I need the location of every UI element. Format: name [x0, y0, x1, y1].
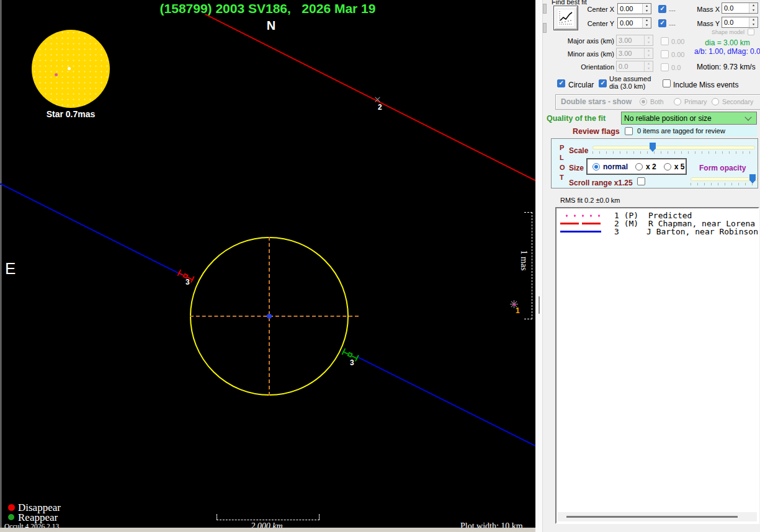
scale-slider-ticks — [592, 151, 755, 154]
review-flags-text: 0 items are tagged for review — [637, 127, 725, 135]
center-y-input[interactable]: 0.00 — [617, 17, 651, 29]
plot-left-border — [1, 0, 1, 528]
control-panel: Find best fit Center X 0.00 --- Mass X 0… — [543, 0, 760, 532]
star-center-dot — [68, 67, 71, 70]
orientation-label: Orientation — [554, 63, 614, 71]
double-stars-primary-label: Primary — [684, 98, 707, 105]
scale-label: Scale — [569, 146, 588, 155]
east-direction-label: E — [5, 259, 16, 278]
minor-axis-checkbox — [661, 50, 669, 58]
listbox-horizontal-scrollbar[interactable] — [558, 512, 757, 521]
major-axis-input: 3.00 — [616, 35, 653, 46]
review-flags-box: 0 items are tagged for review — [621, 125, 757, 136]
form-opacity-slider-thumb[interactable] — [749, 174, 756, 184]
scale-bar — [217, 514, 320, 520]
size-x5-radio[interactable] — [664, 163, 671, 171]
use-assumed-dia-checkbox[interactable] — [599, 79, 607, 87]
rms-fit-readout: RMS fit 0.2 ±0.0 km — [560, 197, 620, 204]
center-x-checkbox[interactable] — [658, 5, 666, 13]
form-opacity-slider-ticks — [691, 183, 758, 185]
ab-dmag-readout: a/b: 1.00, dMag: 0.00 — [694, 47, 759, 56]
plot-vertical-letter: O — [560, 164, 565, 171]
form-opacity-slider-track[interactable] — [691, 177, 758, 181]
asteroid-center-dot — [267, 314, 272, 319]
chord-2-station-icon — [374, 96, 381, 103]
circular-label: Circular — [568, 81, 594, 89]
size-normal-label: normal — [603, 162, 628, 171]
chord-2-line — [205, 14, 535, 181]
size-radio-group: normal x 2 x 5 — [586, 158, 687, 175]
center-x-spinner[interactable] — [642, 4, 651, 14]
orientation-error: 0.0 — [671, 64, 681, 71]
minor-axis-spinner — [644, 48, 653, 58]
major-axis-spinner — [644, 35, 653, 45]
double-stars-both-label: Both — [650, 98, 664, 105]
fit-chart-icon — [558, 10, 574, 26]
circular-checkbox[interactable] — [557, 79, 565, 87]
scroll-range-checkbox[interactable] — [637, 177, 645, 185]
plot-controls-group: P L O T Scale Size normal x 2 x 5 Form o… — [551, 138, 758, 188]
chord-3-line-pre — [0, 183, 183, 276]
mass-x-label: Mass X — [694, 6, 720, 13]
mass-y-input[interactable]: 0.0 — [722, 17, 758, 28]
listbox-scrollbar-thumb[interactable] — [566, 516, 738, 518]
major-axis-label: Major axis (km) — [554, 37, 614, 45]
double-stars-group-label: Double stars - show — [561, 97, 632, 106]
major-axis-error: 0.00 — [671, 38, 684, 45]
include-miss-label: Include Miss events — [673, 81, 738, 89]
plot-panel-scrollbar[interactable] — [535, 0, 543, 532]
chord-3-disappear-label: 3 — [186, 278, 190, 286]
chevron-down-icon — [744, 113, 751, 120]
clipped-control — [543, 23, 547, 33]
quality-of-fit-label: Quality of the fit — [547, 114, 606, 123]
predicted-line-sample — [558, 211, 614, 219]
shape-model-checkbox — [748, 29, 754, 35]
crosshair-horizontal — [190, 316, 359, 317]
diameter-readout: dia = 3.00 km — [698, 38, 757, 47]
mass-x-spinner[interactable] — [749, 3, 758, 13]
scale-slider-track[interactable] — [592, 146, 755, 149]
observations-listbox[interactable]: 1 (P) Predicted 2 (M) R Chapman, near Lo… — [555, 207, 759, 524]
scale-slider-thumb[interactable] — [650, 143, 656, 152]
predicted-station-label: 1 — [516, 306, 520, 315]
mass-x-input[interactable]: 0.0 — [722, 2, 758, 14]
double-stars-group: Double stars - show Both Primary Seconda… — [555, 94, 760, 110]
orientation-checkbox — [661, 63, 669, 71]
center-y-spinner[interactable] — [642, 18, 651, 28]
use-assumed-dia-label: Use assumed dia (3.0 km) — [609, 75, 651, 90]
motion-readout: Motion: 9.73 km/s — [697, 63, 756, 71]
mass-y-spinner[interactable] — [749, 17, 758, 27]
center-y-checkbox[interactable] — [658, 19, 666, 27]
double-stars-primary-radio — [674, 98, 681, 105]
plot-vertical-letter: T — [560, 174, 564, 181]
minor-axis-error: 0.00 — [671, 51, 684, 58]
star-size-label: Star 0.7mas — [36, 109, 105, 119]
occult-plot-window: (158799) 2003 SV186, 2026 Mar 19 N E Sta… — [0, 0, 760, 532]
occultation-plot-canvas[interactable]: (158799) 2003 SV186, 2026 Mar 19 N E Sta… — [0, 0, 535, 528]
center-y-label: Center Y — [577, 20, 614, 27]
quality-of-fit-dropdown[interactable]: No reliable position or size — [621, 112, 757, 125]
chord-3-line-sample — [558, 228, 614, 236]
chord-3-reappear-label: 3 — [350, 358, 354, 367]
form-opacity-label: Form opacity — [699, 164, 746, 172]
include-miss-checkbox[interactable] — [663, 79, 671, 87]
double-stars-both-radio — [640, 98, 647, 105]
find-best-fit-button[interactable] — [554, 6, 578, 30]
scrollbar-thumb[interactable] — [539, 296, 540, 314]
center-x-label: Center X — [577, 6, 614, 13]
review-flags-label: Review flags — [573, 127, 620, 136]
review-flags-checkbox[interactable] — [625, 127, 633, 135]
size-x2-radio[interactable] — [635, 163, 643, 171]
observation-row[interactable]: 3 J Barton, near Robinson — [557, 228, 758, 236]
orientation-input: 0.0 — [616, 61, 653, 72]
center-x-input[interactable]: 0.00 — [617, 3, 651, 14]
size-normal-radio[interactable] — [592, 163, 600, 171]
window-bottom-edge — [0, 528, 535, 532]
plot-vertical-letter: P — [560, 144, 564, 151]
scroll-range-label: Scroll range x1.25 — [569, 179, 633, 187]
size-x5-label: x 5 — [674, 162, 685, 171]
plot-vertical-letter: L — [560, 154, 564, 161]
plot-width-label: Plot width: 10 km — [460, 521, 523, 528]
minor-axis-input: 3.00 — [616, 48, 653, 59]
star-disk — [32, 30, 110, 108]
